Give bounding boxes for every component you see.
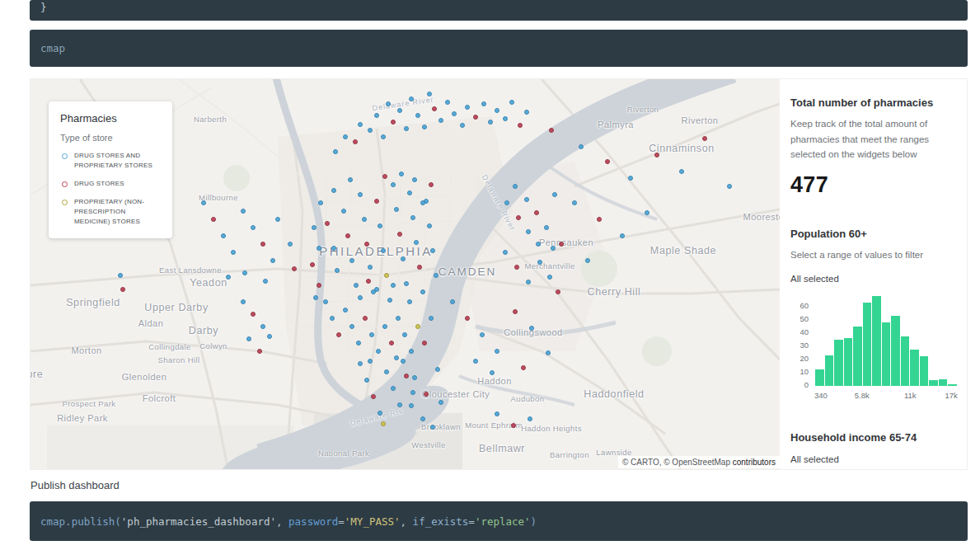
histogram-bar [910, 350, 919, 385]
code-token: ) [531, 515, 537, 528]
pharmacy-point [246, 336, 251, 341]
pharmacy-point [438, 118, 443, 123]
pharmacy-point [429, 316, 434, 321]
pharmacy-point [257, 349, 262, 354]
widget-household-income: Household income 65-74 All selected 0102… [790, 431, 957, 471]
pharmacy-point [384, 273, 389, 278]
pharmacy-point [628, 176, 633, 181]
pharmacy-point [263, 279, 268, 284]
pharmacy-point [412, 177, 417, 182]
osm-attribution-link[interactable]: © OpenStreetMap [663, 458, 730, 467]
pharmacy-point [473, 115, 478, 120]
pharmacy-point [727, 184, 732, 189]
pharmacy-point [427, 92, 432, 96]
histogram-bar [825, 355, 834, 386]
pharmacy-point [407, 190, 412, 195]
pharmacy-point [353, 139, 358, 144]
y-tick-label: 10 [799, 367, 809, 376]
pharmacy-point [368, 128, 373, 133]
histogram-bar [863, 303, 872, 386]
pharmacy-point [427, 223, 432, 228]
histogram-bar [939, 379, 948, 386]
pharmacy-point [495, 349, 499, 354]
pharmacy-point [424, 392, 429, 397]
pharmacy-point [536, 242, 541, 247]
y-tick-label: 60 [799, 301, 809, 310]
pharmacy-point [435, 367, 440, 372]
histogram-bar [882, 322, 891, 386]
pharmacy-point [358, 122, 363, 127]
pharmacy-point [371, 394, 376, 399]
pharmacy-point [362, 217, 367, 222]
legend-item-label: DRUG STORES AND PROPRIETARY STORES [74, 151, 162, 171]
pharmacy-point [211, 217, 216, 222]
pharmacy-point [526, 229, 531, 234]
histogram-bar [929, 380, 938, 385]
pharmacy-point [465, 316, 470, 321]
map-canvas[interactable]: NarberthDelaware RiverDelaware RiverDela… [30, 79, 780, 470]
y-tick-label: 50 [799, 314, 809, 323]
histogram-bar [853, 327, 862, 386]
pharmacy-point [422, 125, 427, 129]
code-text: cmap [30, 30, 968, 54]
code-token: = [338, 515, 345, 528]
pharmacy-point [226, 275, 231, 280]
pharmacy-point [391, 120, 396, 125]
pharmacy-point [513, 184, 518, 189]
carto-attribution-link[interactable]: © CARTO, [622, 458, 663, 467]
pharmacy-point [430, 425, 435, 430]
pharmacy-point [354, 283, 359, 288]
pharmacy-point [537, 260, 542, 265]
legend-item: DRUG STORES AND PROPRIETARY STORES [60, 151, 162, 171]
pharmacy-point [524, 110, 529, 115]
total-pharmacies-value: 477 [790, 172, 957, 198]
legend-color-icon [62, 181, 68, 187]
pharmacy-point [415, 324, 420, 329]
legend-color-icon [62, 153, 68, 159]
pharmacy-point [376, 349, 381, 354]
code-token: 'ph_pharmacies_dashboard' [121, 515, 276, 528]
histogram-bar [891, 316, 900, 386]
pharmacy-point [343, 134, 348, 139]
pharmacy-point [513, 309, 518, 314]
pharmacy-point [409, 403, 414, 408]
pharmacy-point [292, 266, 297, 271]
x-tick-label: 11k [904, 391, 917, 400]
pharmacy-point [702, 136, 707, 141]
code-token: , [401, 515, 413, 528]
widget-title: Total number of pharmacies [790, 96, 957, 109]
histogram-bar [948, 384, 957, 386]
pharmacy-point [434, 273, 438, 278]
pharmacy-point [313, 295, 318, 300]
pharmacy-point [521, 365, 526, 370]
pharmacy-point [366, 279, 371, 284]
legend-items: DRUG STORES AND PROPRIETARY STORESDRUG S… [60, 151, 162, 227]
pharmacy-point [364, 378, 369, 383]
pharmacy-point [310, 262, 315, 267]
pharmacy-point [345, 233, 350, 238]
pharmacy-point [452, 111, 457, 116]
pharmacy-point [288, 242, 293, 247]
pharmacy-point [407, 299, 412, 304]
widget-selection-status: All selected [790, 274, 957, 284]
pharmacy-point [552, 192, 557, 197]
pharmacy-point [412, 375, 417, 380]
pharmacy-point [381, 421, 386, 426]
x-tick-label: 5.8k [855, 391, 870, 400]
population-histogram[interactable]: 0102030405060 3405.8k11k17k [790, 294, 957, 402]
widgets-sidebar: Total number of pharmacies Keep track of… [780, 79, 968, 470]
pharmacy-point [368, 359, 373, 364]
code-cell-partial[interactable]: } [30, 0, 968, 21]
code-cell-publish[interactable]: cmap.publish('ph_pharmacies_dashboard', … [30, 501, 968, 541]
pharmacy-point [473, 359, 478, 364]
pharmacy-point [260, 242, 265, 247]
pharmacy-point [381, 248, 386, 253]
pharmacy-point [432, 106, 437, 111]
code-cell-cmap[interactable]: cmap [30, 30, 968, 67]
pharmacy-point [364, 242, 369, 247]
attribution-suffix: contributors [730, 458, 776, 467]
pharmacy-point [391, 182, 396, 187]
histogram-plot[interactable] [815, 294, 957, 386]
histogram-bar [920, 356, 929, 385]
pharmacy-point [241, 299, 246, 304]
